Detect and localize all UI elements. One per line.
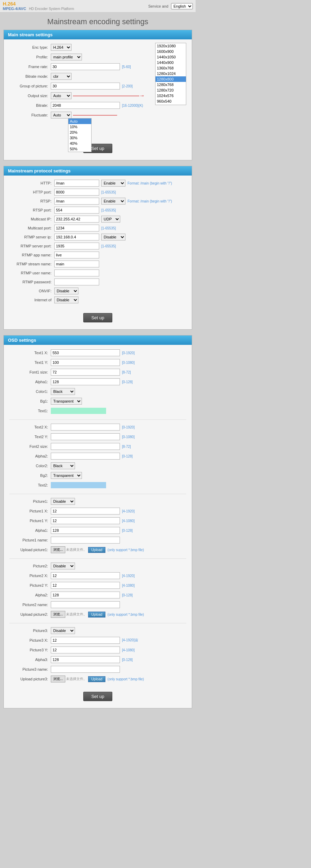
multicast-ip-input[interactable]	[54, 216, 99, 223]
picture3-y-row: Picture3 Y: [4-1080]	[9, 646, 186, 654]
fluct-40[interactable]: 40%	[68, 141, 91, 146]
res-item[interactable]: 850x480	[156, 104, 186, 105]
text1-x-input[interactable]	[51, 349, 120, 356]
fluct-10[interactable]: 10%	[68, 124, 91, 130]
picture3-x-input[interactable]	[51, 637, 120, 644]
http-row: HTTP: Enable Format: /main (begin with "…	[9, 180, 186, 187]
resolution-dropdown[interactable]: 1920x1080 1600x900 1440x1050 1440x900 13…	[155, 43, 186, 105]
res-item[interactable]: 1280x768	[156, 82, 186, 87]
picture2-y-input[interactable]	[51, 582, 120, 589]
protocol-setup-btn[interactable]: Set up	[83, 313, 112, 322]
text2-x-input[interactable]	[51, 424, 120, 431]
picture1-y-input[interactable]	[51, 517, 120, 524]
text2-y-input[interactable]	[51, 433, 120, 440]
top-bar: H.264 MPEG-4/AVC HD Encoder System Platf…	[0, 0, 196, 12]
fluctuate-select[interactable]: Auto	[51, 112, 72, 119]
fluct-20[interactable]: 20%	[68, 130, 91, 135]
picture3-upload-btn[interactable]: Upload	[88, 676, 105, 682]
rtmp-pass-input[interactable]	[54, 279, 99, 285]
rtsp-port-input[interactable]	[54, 207, 99, 214]
picture3-y-input[interactable]	[51, 647, 120, 653]
enc-type-select[interactable]: H.264	[51, 44, 72, 51]
res-item[interactable]: 1024x576	[156, 93, 186, 98]
alpha1-input[interactable]	[51, 378, 120, 385]
frame-rate-label: Frame rate:	[9, 65, 51, 69]
picture2-alpha-input[interactable]	[51, 592, 120, 598]
picture3-name-input[interactable]	[51, 666, 120, 673]
rtsp-enable-select[interactable]: Enable	[101, 198, 125, 205]
picture1-y-hint: [4-1080]	[122, 519, 135, 523]
multicast-port-input[interactable]	[54, 225, 99, 232]
rtmp-stream-input[interactable]	[54, 261, 99, 267]
text1-y-input[interactable]	[51, 359, 120, 366]
bg1-select[interactable]: Transparent	[51, 398, 82, 405]
rtmp-app-input[interactable]	[54, 252, 99, 258]
text1-preview	[51, 408, 106, 414]
picture3-alpha-input[interactable]	[51, 656, 120, 663]
group-input[interactable]	[51, 83, 120, 89]
picture2-select[interactable]: Disable	[51, 563, 75, 569]
picture2-x-input[interactable]	[51, 572, 120, 579]
rtsp-label: RTSP:	[9, 199, 54, 203]
http-port-input[interactable]	[54, 189, 99, 196]
res-item-selected[interactable]: 1280x800	[156, 76, 186, 82]
rtmp-server-port-input[interactable]	[54, 243, 99, 249]
alpha2-input[interactable]	[51, 453, 120, 460]
frame-rate-input[interactable]	[51, 63, 120, 70]
bitrate-input[interactable]	[51, 102, 120, 109]
res-item[interactable]: 1360x768	[156, 65, 186, 71]
picture1-x-input[interactable]	[51, 508, 120, 515]
picture3-upload-row: Upload picture3: 浏览... 未选择文件。 Upload (on…	[9, 675, 186, 683]
profile-select[interactable]: main profile	[51, 54, 82, 60]
res-item[interactable]: 1280x720	[156, 87, 186, 93]
http-input[interactable]	[54, 180, 99, 187]
bitrate-mode-select[interactable]: cbr	[51, 73, 72, 80]
picture1-alpha-row: Alpha1: [0-128]	[9, 527, 186, 534]
fluct-30[interactable]: 30%	[68, 135, 91, 141]
fluct-auto[interactable]: Auto	[68, 119, 91, 124]
fluctuate-dropdown[interactable]: Auto 10% 20% 30% 40% 50%	[68, 118, 92, 152]
logo-subtitle: HD Encoder System Platform	[29, 7, 74, 11]
picture2-name-input[interactable]	[51, 601, 120, 608]
res-item[interactable]: 1920x1080	[156, 43, 186, 49]
rtmp-user-input[interactable]	[54, 270, 99, 276]
bg2-select[interactable]: Transparent	[51, 472, 82, 479]
font2-size-input[interactable]	[51, 443, 120, 450]
internet-select[interactable]: Disable	[54, 296, 78, 303]
text1-y-label: Text1 Y:	[9, 360, 51, 365]
picture2-upload-btn[interactable]: Upload	[88, 612, 105, 617]
logo: H.264 MPEG-4/AVC	[3, 1, 26, 11]
output-size-select[interactable]: Auto	[51, 92, 72, 99]
picture1-select[interactable]: Disable	[51, 498, 75, 505]
res-item[interactable]: 1440x1050	[156, 54, 186, 60]
rtmp-server-disable-select[interactable]: Disable	[101, 234, 125, 240]
font1-size-input[interactable]	[51, 369, 120, 376]
rtmp-server-input[interactable]	[54, 234, 99, 240]
color2-row: Color2: Black	[9, 462, 186, 470]
fluct-50[interactable]: 50%	[68, 146, 91, 152]
http-enable-select[interactable]: Enable	[101, 180, 125, 187]
picture1-name-input[interactable]	[51, 537, 120, 544]
picture2-browse-btn[interactable]: 浏览...	[51, 611, 65, 618]
picture3-browse-btn[interactable]: 浏览...	[51, 676, 65, 682]
res-item[interactable]: 1440x900	[156, 60, 186, 65]
fluctuate-container: Fluctuate: Auto ———————— Auto 10% 20% 30…	[9, 111, 186, 119]
res-item[interactable]: 1600x900	[156, 49, 186, 54]
onvif-select[interactable]: Disable	[54, 287, 78, 294]
res-item[interactable]: 960x540	[156, 98, 186, 104]
color1-select[interactable]: Black	[51, 388, 75, 395]
divider3	[9, 558, 186, 559]
output-arrow: ————————————→	[73, 93, 145, 99]
rtmp-stream-row: RTMP stream name:	[9, 261, 186, 267]
rtsp-input[interactable]	[54, 198, 99, 205]
picture3-select[interactable]: Disable	[51, 627, 75, 634]
color2-select[interactable]: Black	[51, 462, 75, 469]
osd-setup-btn[interactable]: Set up	[83, 692, 112, 701]
picture1-upload-btn[interactable]: Upload	[88, 547, 105, 553]
multicast-proto-select[interactable]: UDP	[101, 216, 120, 223]
picture1-alpha-input[interactable]	[51, 527, 120, 534]
picture3-x-row: Picture3 X: [4-1920]亩	[9, 636, 186, 644]
picture1-browse-btn[interactable]: 浏览...	[51, 546, 65, 553]
res-item[interactable]: 1280x1024	[156, 71, 186, 76]
language-select[interactable]: English	[171, 3, 193, 9]
